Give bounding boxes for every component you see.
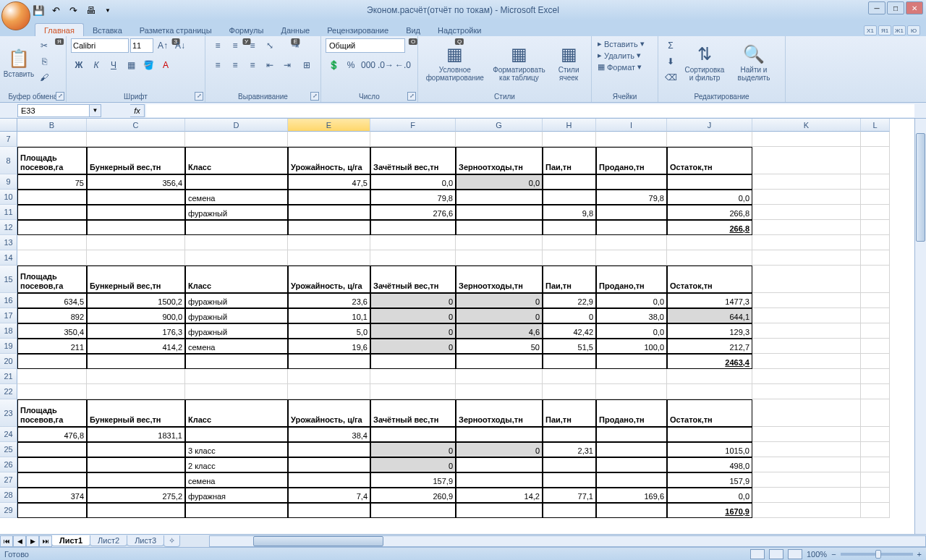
cell[interactable] xyxy=(752,308,861,323)
cell[interactable] xyxy=(752,323,861,339)
cell[interactable] xyxy=(861,250,890,266)
cell[interactable] xyxy=(456,369,543,384)
cell[interactable] xyxy=(456,472,543,488)
cell[interactable] xyxy=(752,132,861,147)
cell[interactable] xyxy=(288,354,370,369)
underline-icon[interactable]: Ч xyxy=(106,58,122,72)
row-header[interactable]: 29 xyxy=(0,503,17,518)
cell[interactable] xyxy=(543,384,596,399)
cell[interactable] xyxy=(752,339,861,354)
cell[interactable] xyxy=(752,442,861,457)
cell[interactable]: семена xyxy=(185,472,288,488)
cell[interactable]: 19,6 xyxy=(288,339,370,354)
cell[interactable] xyxy=(185,503,288,518)
format-painter-icon[interactable]: 🖌 xyxy=(36,70,52,85)
maximize-button[interactable]: □ xyxy=(887,1,904,14)
cell[interactable] xyxy=(185,235,288,250)
cell[interactable]: Бункерный вес,тн xyxy=(87,399,185,427)
tab-home[interactable]: ГлавнаяЯ xyxy=(35,23,84,36)
row-header[interactable]: 17 xyxy=(0,308,17,323)
cell[interactable] xyxy=(543,250,596,266)
col-header-I[interactable]: I xyxy=(596,119,667,132)
number-launcher[interactable]: ⤢ xyxy=(407,92,416,101)
cell[interactable]: Бункерный вес,тн xyxy=(87,147,185,174)
cell[interactable]: Зерноотходы,тн xyxy=(456,399,543,427)
row-header[interactable]: 18 xyxy=(0,323,17,339)
cell[interactable]: 0,0 xyxy=(596,293,667,308)
worksheet-grid[interactable]: B C D E F G H I J K L 78Площадь посевов,… xyxy=(0,119,926,534)
cell[interactable] xyxy=(667,369,752,384)
cell[interactable]: 75 xyxy=(17,174,87,190)
cell[interactable] xyxy=(288,132,370,147)
cell[interactable] xyxy=(667,174,752,190)
cell[interactable] xyxy=(861,384,890,399)
cell[interactable]: Урожайность, ц/га xyxy=(288,266,370,293)
cell[interactable] xyxy=(596,472,667,488)
cell[interactable]: Паи,тн xyxy=(543,266,596,293)
cell[interactable]: 79,8 xyxy=(596,190,667,205)
font-size-input[interactable] xyxy=(130,38,153,53)
cell[interactable] xyxy=(596,235,667,250)
cell[interactable]: 0 xyxy=(456,442,543,457)
row-header[interactable]: 19 xyxy=(0,339,17,354)
cell[interactable]: 1670,9 xyxy=(667,503,752,518)
view-normal-icon[interactable] xyxy=(750,549,765,559)
sheet-nav-last-icon[interactable]: ⏭ xyxy=(39,535,52,547)
zoom-thumb[interactable] xyxy=(875,550,881,559)
format-as-table-button[interactable]: ▦ Форматировать как таблицу xyxy=(490,38,548,86)
align-bottom-icon[interactable]: ≡ xyxy=(245,38,260,53)
sheet-tab-1[interactable]: Лист1 xyxy=(51,535,90,546)
cell[interactable] xyxy=(288,369,370,384)
cell[interactable] xyxy=(861,205,890,220)
cell[interactable] xyxy=(861,266,890,293)
cell[interactable] xyxy=(288,503,370,518)
cell[interactable] xyxy=(667,250,752,266)
cell[interactable]: 10,1 xyxy=(288,308,370,323)
cell[interactable]: 0 xyxy=(370,339,456,354)
cell[interactable]: 276,6 xyxy=(370,205,456,220)
merge-icon[interactable]: ⊞ xyxy=(297,58,317,72)
sheet-tab-3[interactable]: Лист3 xyxy=(127,535,164,546)
cell[interactable] xyxy=(543,174,596,190)
cell[interactable]: 1500,2 xyxy=(87,293,185,308)
cell[interactable]: 892 xyxy=(17,308,87,323)
cell[interactable] xyxy=(185,132,288,147)
formula-input[interactable] xyxy=(146,104,914,117)
cell[interactable]: Класс xyxy=(185,399,288,427)
cell[interactable]: 0 xyxy=(370,308,456,323)
zoom-slider[interactable] xyxy=(841,553,913,556)
align-left-icon[interactable]: ≡ xyxy=(210,58,226,72)
cell[interactable] xyxy=(185,220,288,235)
indic-yu[interactable]: Ю xyxy=(907,25,920,35)
cell[interactable]: Паи,тн xyxy=(543,147,596,174)
cell[interactable] xyxy=(456,190,543,205)
font-launcher[interactable]: ⤢ xyxy=(195,92,203,101)
indic-zh1[interactable]: Ж1 xyxy=(893,25,906,35)
cell[interactable] xyxy=(667,384,752,399)
row-header[interactable]: 16 xyxy=(0,293,17,308)
cell[interactable] xyxy=(87,503,185,518)
cell[interactable]: Бункерный вес,тн xyxy=(87,266,185,293)
cell[interactable] xyxy=(87,472,185,488)
cell[interactable]: Зачётный вес,тн xyxy=(370,266,456,293)
cell[interactable] xyxy=(861,308,890,323)
cell[interactable]: 2463,4 xyxy=(667,354,752,369)
cell[interactable]: 356,4 xyxy=(87,174,185,190)
cell[interactable] xyxy=(87,369,185,384)
align-top-icon[interactable]: ≡ xyxy=(210,38,226,53)
sheet-tab-new[interactable]: ✧ xyxy=(163,535,180,547)
cell[interactable] xyxy=(543,457,596,472)
cell[interactable] xyxy=(861,190,890,205)
cell[interactable]: 22,9 xyxy=(543,293,596,308)
cell[interactable] xyxy=(17,442,87,457)
cell[interactable]: 0,0 xyxy=(667,488,752,503)
cell[interactable] xyxy=(861,503,890,518)
format-cells-button[interactable]: ▦ Формат ▾ xyxy=(596,61,643,72)
tab-review[interactable]: РецензированиеИ xyxy=(318,24,397,36)
cell[interactable]: семена xyxy=(185,190,288,205)
cell[interactable]: 23,6 xyxy=(288,293,370,308)
view-pagebreak-icon[interactable] xyxy=(788,549,802,559)
autosum-icon[interactable]: Σ xyxy=(663,38,679,53)
indent-inc-icon[interactable]: ⇥ xyxy=(279,58,295,72)
cell[interactable] xyxy=(596,427,667,442)
